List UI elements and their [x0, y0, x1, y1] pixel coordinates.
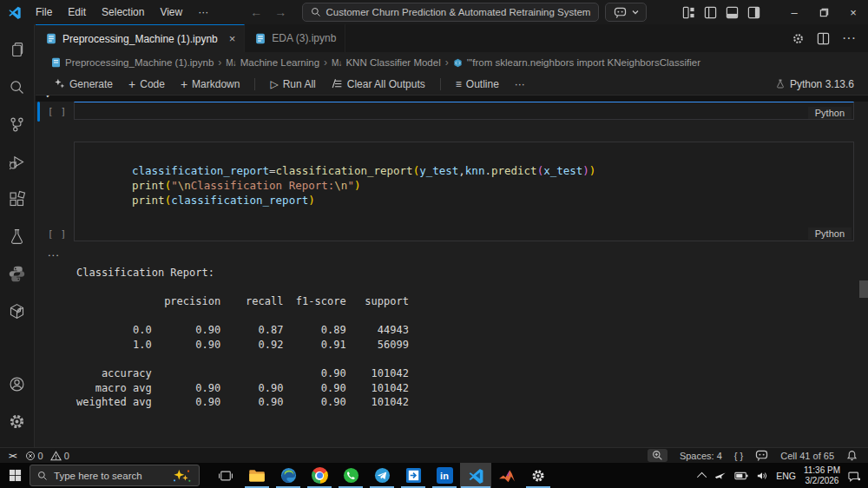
edge-button[interactable] — [273, 463, 304, 488]
command-center-search[interactable]: Customer Churn Prediction & Automated Re… — [302, 3, 599, 22]
code-lines[interactable]: classification_report=classification_rep… — [132, 163, 595, 208]
scrollbar-thumb[interactable] — [859, 280, 868, 298]
search-icon — [37, 471, 48, 481]
clock[interactable]: 11:36 PM 3/2/2026 — [804, 465, 840, 486]
vscode-taskbar-button[interactable] — [460, 463, 491, 488]
copilot-icon — [614, 7, 627, 18]
breadcrumb-cell[interactable]: '''from sklearn.neighbors import KNeighb… — [467, 57, 700, 68]
tab-eda[interactable]: EDA (3).ipynb — [245, 24, 345, 52]
toggle-sidebar-icon[interactable] — [704, 6, 717, 19]
menu-bar: File Edit Selection View ··· — [29, 3, 215, 21]
warning-icon — [50, 451, 62, 461]
testing-icon[interactable] — [0, 218, 35, 255]
spaces-indicator[interactable]: Spaces: 4 — [680, 451, 722, 461]
breadcrumb-file[interactable]: Preprocessing_Machine (1).ipynb — [65, 57, 214, 68]
generate-button[interactable]: Generate — [48, 76, 119, 92]
file-explorer-button[interactable] — [241, 463, 273, 488]
cell-position-indicator[interactable]: Cell 41 of 65 — [780, 451, 834, 461]
remote-indicator[interactable]: >< — [9, 452, 16, 460]
airplane-icon[interactable] — [714, 470, 727, 481]
error-icon — [25, 451, 36, 461]
battery-icon[interactable] — [734, 472, 748, 480]
settings-gear-icon[interactable] — [0, 403, 35, 440]
status-bar: >< 0 0 Spaces: 4 { } Cell 41 of 65 — [0, 447, 868, 463]
chrome-button[interactable] — [304, 463, 335, 488]
zoom-status-button[interactable] — [648, 449, 667, 462]
minimize-button[interactable]: – — [779, 0, 809, 24]
clear-all-outputs-button[interactable]: Clear All Outputs — [326, 76, 431, 92]
windows-taskbar: Type here to search in — [0, 463, 868, 488]
whatsapp-icon — [343, 467, 359, 484]
menu-file[interactable]: File — [29, 3, 59, 21]
tray-expand-icon[interactable] — [697, 472, 707, 481]
search-sidebar-icon[interactable] — [0, 69, 35, 106]
linkedin-button[interactable]: in — [429, 463, 460, 488]
source-control-icon[interactable] — [0, 106, 35, 143]
outline-button[interactable]: ≡ Outline — [450, 76, 505, 92]
code-cell-editor[interactable]: classification_report=classification_rep… — [74, 142, 854, 241]
empty-cell-editor[interactable]: Python — [74, 102, 854, 120]
tab-preprocessing-machine[interactable]: Preprocessing_Machine (1).ipynb × — [36, 24, 245, 52]
telegram-button[interactable] — [366, 463, 398, 488]
markdown-symbol-icon: M↓ — [332, 58, 341, 68]
close-button[interactable]: × — [838, 0, 868, 24]
zoom-in-icon — [652, 450, 663, 461]
menu-selection[interactable]: Selection — [95, 3, 151, 21]
task-view-button[interactable] — [210, 463, 241, 488]
matlab-icon — [498, 468, 516, 484]
nav-back-icon[interactable]: ← — [250, 5, 262, 19]
run-all-button[interactable]: ▷ Run All — [264, 76, 321, 92]
add-markdown-button[interactable]: + Markdown — [174, 76, 247, 93]
nav-forward-icon[interactable]: → — [274, 5, 286, 19]
editor-more-actions[interactable]: ··· — [842, 30, 856, 46]
notification-center-icon[interactable] — [848, 470, 861, 482]
markdown-symbol-icon: M↓ — [226, 58, 235, 68]
menu-more[interactable]: ··· — [191, 3, 215, 21]
breadcrumb-section[interactable]: Machine Learning — [240, 57, 319, 68]
tab-close-icon[interactable]: × — [229, 32, 236, 45]
extensions-icon[interactable] — [0, 181, 35, 218]
explorer-icon[interactable] — [0, 31, 35, 69]
start-button[interactable] — [0, 463, 30, 488]
toolbar-more-button[interactable]: ··· — [509, 76, 531, 92]
braces-indicator[interactable]: { } — [734, 451, 743, 461]
cell-language-label[interactable]: Python — [808, 228, 852, 240]
toggle-panel-icon[interactable] — [726, 6, 739, 19]
copilot-status-icon[interactable] — [755, 450, 768, 461]
taskbar-search-box[interactable]: Type here to search — [30, 465, 200, 486]
add-code-button[interactable]: + Code — [122, 76, 171, 93]
edge-icon — [280, 467, 297, 484]
volume-icon[interactable] — [756, 471, 768, 481]
cell-success-check-icon: ✓ — [45, 96, 53, 101]
notifications-bell-icon[interactable] — [846, 450, 858, 461]
editor-settings-icon[interactable] — [792, 32, 805, 45]
window-title: Customer Churn Prediction & Automated Re… — [326, 7, 591, 17]
matlab-button[interactable] — [491, 463, 523, 488]
maximize-button[interactable] — [809, 0, 838, 24]
errors-warnings[interactable]: 0 0 — [25, 451, 69, 461]
copilot-button[interactable] — [605, 3, 647, 22]
plus-icon: + — [128, 77, 135, 91]
menu-view[interactable]: View — [153, 3, 189, 21]
execution-count: [ ] — [48, 228, 67, 239]
breadcrumb-section[interactable]: KNN Classifier Model — [345, 57, 440, 68]
plus-icon: + — [181, 77, 187, 91]
cell-language-label[interactable]: Python — [808, 107, 852, 119]
account-icon[interactable] — [0, 366, 35, 403]
search-icon — [311, 7, 321, 17]
split-editor-icon[interactable] — [817, 32, 830, 45]
whatsapp-button[interactable] — [335, 463, 366, 488]
language-indicator[interactable]: ENG — [776, 471, 796, 481]
linkedin-icon: in — [437, 467, 453, 484]
run-debug-icon[interactable] — [0, 143, 35, 181]
output-collapse-toggle[interactable]: ... — [48, 246, 60, 259]
chrome-icon — [312, 467, 328, 484]
python-icon[interactable] — [0, 255, 35, 293]
toggle-secondary-sidebar-icon[interactable] — [747, 6, 760, 19]
menu-edit[interactable]: Edit — [61, 3, 93, 21]
kernel-picker[interactable]: Python 3.13.6 — [775, 78, 868, 90]
customize-layout-icon[interactable] — [682, 6, 695, 19]
arrow-app-button[interactable] — [398, 463, 429, 488]
package-cube-icon[interactable] — [0, 293, 35, 330]
settings-button[interactable] — [523, 463, 554, 488]
